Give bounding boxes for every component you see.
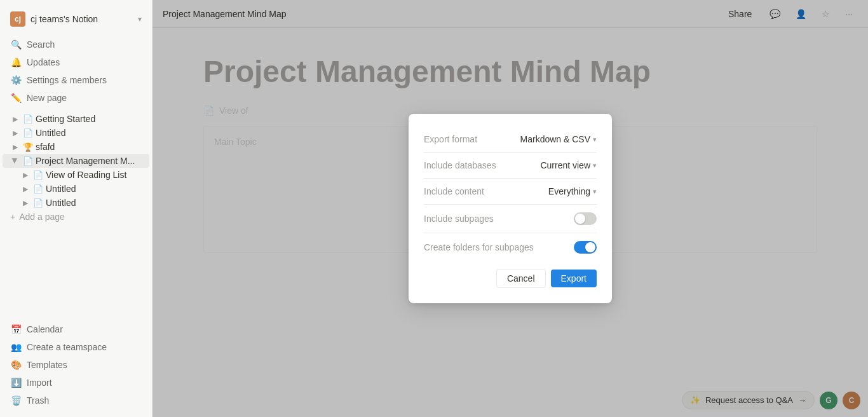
chevron-icon: ▶ [20,184,31,194]
trophy-icon: 🏆 [23,142,33,152]
sidebar-nav-section: 🔍 Search 🔔 Updates ⚙️ Settings & members… [0,36,152,107]
sidebar-item-calendar-label: Calendar [27,324,63,334]
sidebar-item-templates[interactable]: 🎨 Templates [3,356,149,374]
sidebar: cj cj teams's Notion ▾ 🔍 Search 🔔 Update… [0,0,153,417]
page-doc-icon: 📄 [33,184,43,194]
create-folders-label: Create folders for subpages [424,242,534,252]
export-format-row: Export format Markdown & CSV ▾ [424,129,597,149]
sidebar-page-getting-started[interactable]: ▶ 📄 Getting Started [3,112,149,126]
dialog-divider-1 [424,152,597,153]
settings-icon: ⚙️ [10,74,22,86]
sidebar-item-new-page-label: New page [27,93,67,103]
export-format-select[interactable]: Markdown & CSV ▾ [520,134,597,144]
create-folders-row: Create folders for subpages [424,236,597,259]
include-content-value: Everything [548,186,590,196]
chevron-icon: ▶ [10,156,20,166]
add-icon: + [10,212,15,222]
sidebar-page-reading-list[interactable]: ▶ 📄 View of Reading List [3,168,149,182]
teamspace-icon: 👥 [10,341,22,353]
chevron-icon: ▶ [10,142,20,152]
updates-icon: 🔔 [10,57,22,68]
sidebar-footer: 📅 Calendar 👥 Create a teamspace 🎨 Templa… [0,318,152,412]
chevron-icon: ▶ [20,198,31,208]
sidebar-item-updates-label: Updates [27,57,60,67]
sidebar-page-project-mgmt[interactable]: ▶ 📄 Project Management M... [3,154,149,168]
sidebar-item-new-page[interactable]: ✏️ New page [3,89,149,107]
sidebar-page-untitled-3[interactable]: ▶ 📄 Untitled [3,196,149,210]
sidebar-item-import[interactable]: ⬇️ Import [3,374,149,392]
chevron-down-icon: ▾ [593,135,597,144]
page-doc-icon: 📄 [23,128,33,138]
chevron-down-icon: ▾ [593,161,597,170]
sidebar-item-calendar[interactable]: 📅 Calendar [3,320,149,338]
dialog-actions: Cancel Export [424,269,597,288]
sidebar-item-trash[interactable]: 🗑️ Trash [3,392,149,409]
cancel-button[interactable]: Cancel [496,269,546,288]
chevron-icon: ▶ [10,128,20,138]
include-databases-row: Include databases Current view ▾ [424,155,597,175]
chevron-icon: ▶ [10,114,20,124]
sidebar-item-search[interactable]: 🔍 Search [3,36,149,53]
dialog-divider-3 [424,204,597,205]
templates-icon: 🎨 [10,359,22,371]
include-subpages-toggle-container [574,212,597,225]
sidebar-item-settings[interactable]: ⚙️ Settings & members [3,71,149,89]
sidebar-page-untitled-2[interactable]: ▶ 📄 Untitled [3,182,149,196]
export-button[interactable]: Export [551,270,597,287]
create-folders-toggle[interactable] [574,241,597,254]
include-content-row: Include content Everything ▾ [424,181,597,202]
page-doc-icon: 📄 [23,156,33,166]
include-content-label: Include content [424,186,484,196]
export-format-value: Markdown & CSV [520,134,590,144]
toggle-knob [575,214,585,224]
include-databases-label: Include databases [424,160,496,170]
calendar-icon: 📅 [10,324,22,335]
search-icon: 🔍 [10,39,22,50]
include-content-select[interactable]: Everything ▾ [548,186,597,196]
sidebar-item-teamspace-label: Create a teamspace [27,342,107,352]
create-folders-toggle-container [574,241,597,254]
add-page-button[interactable]: + Add a page [3,210,149,224]
dialog-divider-2 [424,178,597,179]
sidebar-page-sfafd-label: sfafd [36,142,142,152]
workspace-avatar: cj [10,11,25,27]
include-subpages-row: Include subpages [424,207,597,230]
dialog-divider-4 [424,233,597,233]
include-databases-value: Current view [540,160,590,170]
sidebar-page-getting-started-label: Getting Started [36,114,142,124]
sidebar-pages-section: ▶ 📄 Getting Started ▶ 📄 Untitled ▶ 🏆 sfa… [0,112,152,318]
page-doc-icon: 📄 [33,170,43,180]
sidebar-page-sfafd[interactable]: ▶ 🏆 sfafd [3,140,149,154]
include-databases-select[interactable]: Current view ▾ [540,160,597,170]
chevron-down-icon: ▾ [593,188,597,196]
import-icon: ⬇️ [10,377,22,388]
sidebar-page-untitled-3-label: Untitled [46,198,142,208]
main-area: Project Management Mind Map Share 💬 👤 ☆ … [153,0,868,417]
sidebar-item-teamspace[interactable]: 👥 Create a teamspace [3,338,149,356]
chevron-icon: ▶ [20,170,31,180]
sidebar-item-updates[interactable]: 🔔 Updates [3,53,149,71]
sidebar-item-settings-label: Settings & members [27,75,107,85]
sidebar-page-reading-list-label: View of Reading List [46,170,142,180]
sidebar-page-untitled-1[interactable]: ▶ 📄 Untitled [3,126,149,140]
add-page-label: Add a page [19,212,65,222]
sidebar-item-trash-label: Trash [27,395,49,406]
page-doc-icon: 📄 [23,114,33,124]
include-subpages-toggle[interactable] [574,212,597,225]
workspace-name: cj teams's Notion [31,14,133,24]
export-format-label: Export format [424,134,477,144]
sidebar-item-templates-label: Templates [27,360,67,370]
modal-overlay: Export format Markdown & CSV ▾ Include d… [153,0,868,417]
trash-icon: 🗑️ [10,395,22,406]
sidebar-page-untitled-1-label: Untitled [36,128,142,138]
toggle-knob [585,242,595,252]
workspace-header[interactable]: cj cj teams's Notion ▾ [5,8,147,31]
workspace-chevron-icon: ▾ [138,15,142,24]
sidebar-page-untitled-2-label: Untitled [46,184,142,194]
new-page-icon: ✏️ [10,92,22,104]
export-dialog: Export format Markdown & CSV ▾ Include d… [409,114,612,303]
include-subpages-label: Include subpages [424,214,494,224]
sidebar-item-import-label: Import [27,378,52,388]
page-doc-icon: 📄 [33,198,43,208]
sidebar-item-search-label: Search [27,39,55,50]
